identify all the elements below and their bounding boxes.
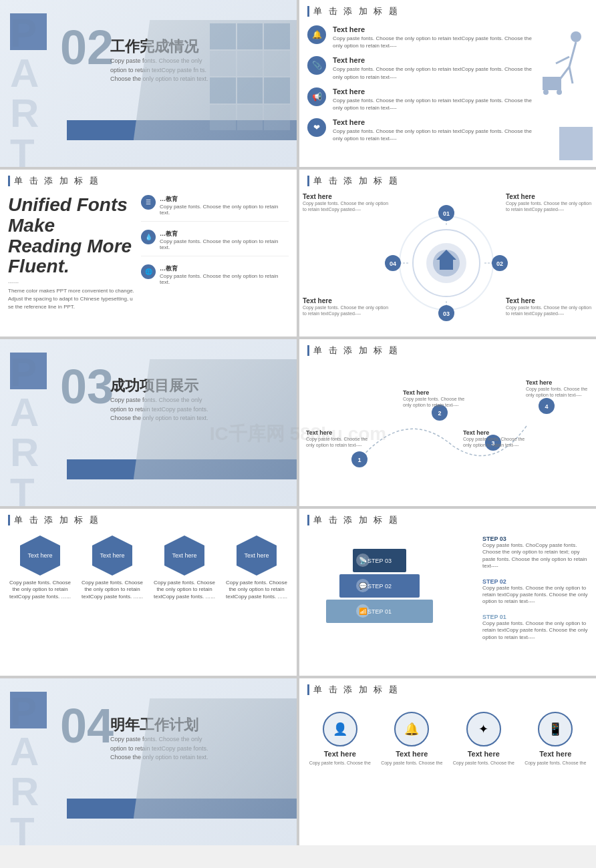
svg-text:04: 04 [390,260,396,267]
header-line-6 [307,345,309,356]
svg-rect-13 [440,260,453,270]
edu-subtitle: ------ [8,279,134,285]
blue-square-deco [559,127,593,160]
bottom-icon-3: ✦ Text here Copy paste fonts. Choose the [451,712,516,766]
building-bg-9 [134,698,297,819]
hex-item-2: Text here Copy paste fonts. Choose the o… [81,535,143,600]
panel-2-title: 单 击 添 加 标 题 [313,5,400,17]
step-2-text: STEP 02 Copy paste fonts. Choose the onl… [482,578,593,606]
svg-text:STEP 02: STEP 02 [367,583,392,590]
edu-left: Unified Fonts Make Reading More Fluent. … [8,195,134,311]
panel-8-header: 单 击 添 加 标 题 [299,509,596,529]
panel-icon-row: 单 击 添 加 标 题 👤 Text here Copy paste fonts… [299,678,596,845]
panel-3-header: 单 击 添 加 标 题 [0,170,297,190]
hex-3-desc: Copy paste fonts. Choose the only option… [153,580,215,600]
pyramid-container: STEP 03 STEP 02 STEP 01 📡 💬 📶 STEP 03 [299,529,596,662]
edu-item-1-body: Copy paste fonts. Choose the only option… [160,204,289,216]
edu-item-2: 💧 …教育 Copy paste fonts. Choose the only … [141,230,289,256]
flow-node-4: Text here Copy paste fonts. Choose the o… [526,379,593,398]
header-line-3 [8,176,10,186]
bottom-icon-circle-4: 📱 [538,712,573,746]
edu-item-3-body: Copy paste fonts. Choose the only option… [160,273,289,285]
item-4-title: Text here [333,118,536,126]
bottom-icon-desc-4: Copy paste fonts. Choose the [525,760,586,766]
hex-row: Text here Copy paste fonts. Choose the o… [0,529,297,607]
flow-node-2: Text here Copy paste fonts. Choose the o… [403,389,470,408]
svg-text:1: 1 [357,457,361,463]
svg-line-2 [556,57,569,63]
bottom-icon-desc-1: Copy paste fonts. Choose the [309,760,371,766]
edu-main-title: Unified Fonts Make Reading More Fluent. [8,195,134,277]
panel-10-title: 单 击 添 加 标 题 [313,684,400,696]
hex-item-1: Text here Copy paste fonts. Choose the o… [9,535,71,600]
edu-item-3-title: …教育 [160,264,289,273]
bottom-icon-label-2: Text here [396,750,428,758]
svg-line-4 [569,67,573,83]
bottom-icon-desc-3: Copy paste fonts. Choose the [453,760,514,766]
hex-item-3: Text here Copy paste fonts. Choose the o… [153,535,215,600]
bottom-icon-row: 👤 Text here Copy paste fonts. Choose the… [299,698,596,771]
bottom-icon-label-3: Text here [468,750,500,758]
panel-part-03: 单 击 添 加 标 题 PART 03 成功项目展示 Copy paste fo… [0,339,297,506]
edu-item-1: ☰ …教育 Copy paste fonts. Choose the only … [141,195,289,222]
edu-item-3: 🌐 …教育 Copy paste fonts. Choose the only … [141,264,289,290]
bottom-icon-2: 🔔 Text here Copy paste fonts. Choose the [379,712,444,766]
edu-icon-3: 🌐 [141,264,156,279]
hex-3: Text here [164,535,204,576]
item-4-body: Copy paste fonts. Choose the only option… [333,128,536,142]
node-02-text: Text here Copy paste fonts. Choose the o… [506,297,593,316]
flow-node-3: Text here Copy paste fonts. Choose the o… [463,429,530,448]
panel-4-title: 单 击 添 加 标 题 [313,175,400,187]
part-number-5: 03 [60,359,114,414]
node-04-text: Text here Copy paste fonts. Choose the o… [303,193,390,212]
header-line-7 [8,515,10,525]
svg-text:📡: 📡 [359,556,367,565]
bottom-icon-4: 📱 Text here Copy paste fonts. Choose the [523,712,588,766]
edu-list-container: Unified Fonts Make Reading More Fluent. … [0,190,297,316]
panel-part-04: 单 击 添 加 标 题 PART 04 明年工作计划 Copy paste fo… [0,678,297,845]
header-line-2 [307,6,309,17]
panel-circle: 单 击 添 加 标 题 01 0 [299,170,596,337]
icon-4: ❤ [307,118,326,137]
svg-text:STEP 03: STEP 03 [367,558,392,564]
svg-text:2: 2 [438,410,441,417]
bottom-icon-circle-2: 🔔 [394,712,429,746]
push-man [539,27,593,107]
item-2-body: Copy paste fonts. Choose the only option… [333,65,536,80]
building-detail [210,23,290,130]
step-texts: STEP 03 Copy paste fonts. ChoCopy paste … [482,535,593,641]
icon-1: 🔔 [307,25,326,44]
part-word-9: PART [10,692,37,845]
bottom-icon-circle-3: ✦ [466,712,501,746]
panel-7-title: 单 击 添 加 标 题 [14,514,100,526]
svg-text:4: 4 [545,403,548,410]
main-grid: 单 击 添 加 标 题 PART 02 工作完成情况 Copy paste fo… [0,0,596,845]
building-bg-5 [134,359,297,479]
svg-point-7 [557,89,562,95]
header-line-8 [307,515,309,525]
panel-8-title: 单 击 添 加 标 题 [313,514,400,526]
item-1-body: Copy paste fonts. Choose the only option… [333,35,536,49]
svg-text:01: 01 [443,210,450,217]
hex-1: Text here [20,535,60,576]
hex-2-desc: Copy paste fonts. Choose the only option… [81,580,143,600]
hex-item-4: Text here Copy paste fonts. Choose the o… [225,535,287,600]
item-1-title: Text here [333,25,536,33]
step-1-text: STEP 01 Copy paste fonts. Choose the onl… [482,614,593,641]
svg-point-0 [571,31,581,42]
flow-node-1: Text here Copy paste fonts. Choose the o… [306,429,373,448]
panel-4-header: 单 击 添 加 标 题 [299,170,596,190]
bottom-icon-1: 👤 Text here Copy paste fonts. Choose the [307,712,373,766]
edu-icon-1: ☰ [141,195,156,210]
svg-point-6 [543,89,549,95]
part-word-5: PART [10,353,37,506]
panel-3-title: 单 击 添 加 标 题 [14,175,100,187]
part-number-9: 04 [60,698,114,753]
icon-list-item-4: ❤ Text here Copy paste fonts. Choose the… [307,118,536,142]
hex-4: Text here [237,535,277,576]
item-3-body: Copy paste fonts. Choose the only option… [333,97,536,112]
bottom-icon-desc-2: Copy paste fonts. Choose the [381,760,442,766]
panel-7-header: 单 击 添 加 标 题 [0,509,297,529]
panel-10-header: 单 击 添 加 标 题 [299,678,596,698]
node-01-text: Text here Copy paste fonts. Choose the o… [506,193,593,212]
